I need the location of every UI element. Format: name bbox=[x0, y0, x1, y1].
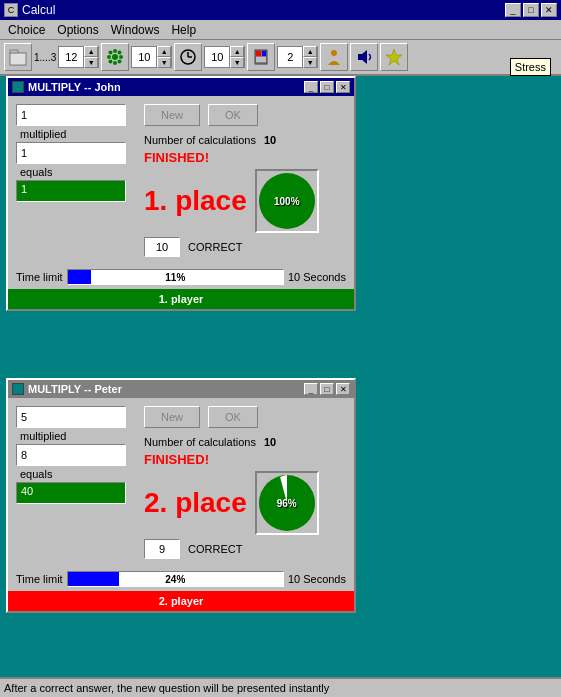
john-window: MULTIPLY -- John _ □ ✕ multiplied equals… bbox=[6, 76, 356, 311]
icon-btn-6[interactable] bbox=[380, 43, 408, 71]
spinner2-up[interactable]: ▲ bbox=[157, 46, 171, 57]
clock-icon bbox=[178, 47, 198, 67]
john-input1[interactable] bbox=[16, 104, 126, 126]
john-right: New OK Number of calculations 10 FINISHE… bbox=[144, 104, 346, 257]
close-button[interactable]: ✕ bbox=[541, 3, 557, 17]
svg-rect-17 bbox=[262, 51, 266, 56]
icon-btn-4[interactable] bbox=[320, 43, 348, 71]
status-text: After a correct answer, the new question… bbox=[4, 682, 329, 694]
peter-window-icon bbox=[12, 383, 24, 395]
john-content: multiplied equals 1 New OK Number of cal… bbox=[8, 96, 354, 265]
peter-input2[interactable] bbox=[16, 444, 126, 466]
svg-rect-16 bbox=[256, 51, 261, 56]
spinner3-down[interactable]: ▼ bbox=[230, 57, 244, 68]
clock-button[interactable] bbox=[174, 43, 202, 71]
maximize-button[interactable]: □ bbox=[523, 3, 539, 17]
flag-icon bbox=[251, 47, 271, 67]
peter-minimize[interactable]: _ bbox=[304, 383, 318, 395]
spinner3[interactable]: 10 ▲ ▼ bbox=[204, 46, 245, 68]
spinner2[interactable]: 10 ▲ ▼ bbox=[131, 46, 172, 68]
icon-btn-5[interactable] bbox=[350, 43, 378, 71]
john-status: 1. player bbox=[8, 289, 354, 309]
peter-answer: 40 bbox=[16, 482, 126, 504]
peter-content: multiplied equals 40 New OK Number of ca… bbox=[8, 398, 354, 567]
icon-btn-2[interactable] bbox=[101, 43, 129, 71]
john-correct-val: 10 bbox=[144, 237, 180, 257]
john-num-value: 10 bbox=[264, 134, 276, 146]
john-input2[interactable] bbox=[16, 142, 126, 164]
peter-finished: FINISHED! bbox=[144, 452, 209, 467]
spinner3-up[interactable]: ▲ bbox=[230, 46, 244, 57]
svg-rect-2 bbox=[10, 53, 26, 65]
john-time-seconds: 10 Seconds bbox=[288, 271, 346, 283]
toolbar: 1....3 12 ▲ ▼ 10 ▲ ▼ bbox=[0, 40, 561, 76]
peter-pie-label: 96% bbox=[277, 498, 297, 509]
spinner1-value[interactable]: 12 bbox=[59, 51, 83, 63]
app-title: Calcul bbox=[22, 3, 55, 17]
menu-choice[interactable]: Choice bbox=[2, 21, 51, 39]
peter-status: 2. player bbox=[8, 591, 354, 611]
peter-time-bar: 24% bbox=[67, 571, 284, 587]
spinner1[interactable]: 12 ▲ ▼ bbox=[58, 46, 99, 68]
spinner4[interactable]: 2 ▲ ▼ bbox=[277, 46, 318, 68]
john-ok-button[interactable]: OK bbox=[208, 104, 258, 126]
svg-marker-20 bbox=[358, 50, 367, 64]
title-bar-buttons: _ □ ✕ bbox=[505, 3, 557, 17]
open-button[interactable] bbox=[4, 43, 32, 71]
peter-place-row: 2. place 96% bbox=[144, 471, 319, 535]
spinner4-up[interactable]: ▲ bbox=[303, 46, 317, 57]
peter-correct-row: 9 CORRECT bbox=[144, 539, 242, 559]
spinner2-down[interactable]: ▼ bbox=[157, 57, 171, 68]
spinner3-value[interactable]: 10 bbox=[205, 51, 229, 63]
svg-point-7 bbox=[119, 55, 123, 59]
spinner1-label: 1....3 bbox=[34, 52, 56, 63]
peter-title-left: MULTIPLY -- Peter bbox=[12, 383, 122, 395]
peter-pie-border: 96% bbox=[255, 471, 319, 535]
svg-point-4 bbox=[113, 49, 117, 53]
john-close[interactable]: ✕ bbox=[336, 81, 350, 93]
peter-right: New OK Number of calculations 10 FINISHE… bbox=[144, 406, 346, 559]
john-minimize[interactable]: _ bbox=[304, 81, 318, 93]
main-status-bar: After a correct answer, the new question… bbox=[0, 677, 561, 697]
svg-point-10 bbox=[109, 60, 113, 64]
john-pie-label: 100% bbox=[274, 196, 300, 207]
star-icon bbox=[105, 47, 125, 67]
spinner1-down[interactable]: ▼ bbox=[84, 57, 98, 68]
spinner1-up[interactable]: ▲ bbox=[84, 46, 98, 57]
peter-close[interactable]: ✕ bbox=[336, 383, 350, 395]
icon-btn-3[interactable] bbox=[247, 43, 275, 71]
john-title-bar: MULTIPLY -- John _ □ ✕ bbox=[8, 78, 354, 96]
john-time-bar: 11% bbox=[67, 269, 284, 285]
peter-title-label: MULTIPLY -- Peter bbox=[28, 383, 122, 395]
peter-place: 2. place bbox=[144, 487, 247, 519]
john-window-icon bbox=[12, 81, 24, 93]
peter-new-button[interactable]: New bbox=[144, 406, 200, 428]
spinner4-arrows: ▲ ▼ bbox=[302, 46, 317, 68]
john-answer-value: 1 bbox=[21, 183, 27, 195]
svg-marker-21 bbox=[386, 49, 402, 65]
john-equals-label: equals bbox=[20, 166, 136, 178]
peter-inputs: multiplied equals 40 bbox=[16, 406, 136, 559]
peter-input1[interactable] bbox=[16, 406, 126, 428]
menu-help[interactable]: Help bbox=[165, 21, 202, 39]
sound-icon bbox=[354, 47, 374, 67]
peter-time-seconds: 10 Seconds bbox=[288, 573, 346, 585]
peter-ok-button[interactable]: OK bbox=[208, 406, 258, 428]
john-correct-row: 10 CORRECT bbox=[144, 237, 242, 257]
john-multiplied-label: multiplied bbox=[20, 128, 136, 140]
spinner4-down[interactable]: ▼ bbox=[303, 57, 317, 68]
menu-options[interactable]: Options bbox=[51, 21, 104, 39]
spinner2-value[interactable]: 10 bbox=[132, 51, 156, 63]
peter-maximize[interactable]: □ bbox=[320, 383, 334, 395]
john-maximize[interactable]: □ bbox=[320, 81, 334, 93]
app-icon: C bbox=[4, 3, 18, 17]
svg-point-5 bbox=[113, 61, 117, 65]
john-new-button[interactable]: New bbox=[144, 104, 200, 126]
svg-point-6 bbox=[107, 55, 111, 59]
peter-answer-value: 40 bbox=[21, 485, 33, 497]
spinner4-value[interactable]: 2 bbox=[278, 51, 302, 63]
menu-windows[interactable]: Windows bbox=[105, 21, 166, 39]
minimize-button[interactable]: _ bbox=[505, 3, 521, 17]
peter-correct-val: 9 bbox=[144, 539, 180, 559]
john-place-row: 1. place 100% bbox=[144, 169, 319, 233]
